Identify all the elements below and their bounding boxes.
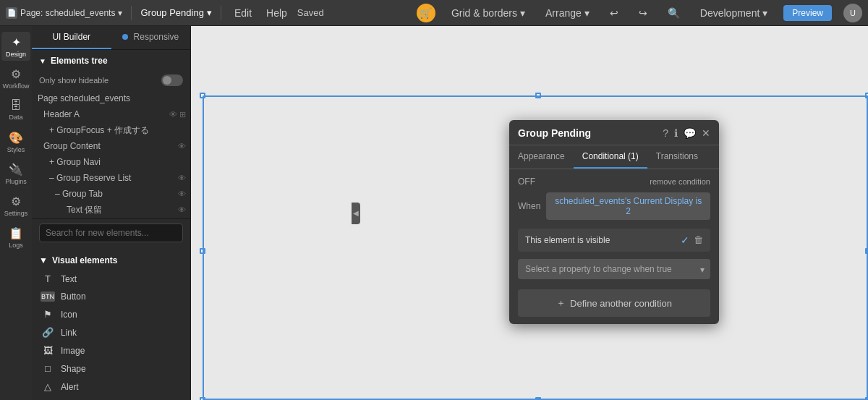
ui-builder-label: UI Builder	[52, 32, 90, 42]
ve-text[interactable]: T Text	[32, 270, 190, 288]
add-condition-button[interactable]: ＋ Define another condition	[518, 289, 710, 317]
text-icon: T	[41, 273, 55, 284]
ve-button[interactable]: BTN Button	[32, 288, 190, 305]
handle-bc[interactable]	[535, 397, 541, 400]
ve-image-label: Image	[61, 346, 85, 356]
property-select-dropdown[interactable]: Select a property to change when true ▾	[518, 259, 710, 279]
remove-condition-button[interactable]: remove condition	[650, 177, 710, 186]
workflow-nav-item[interactable]: ⚙ Workflow	[1, 64, 30, 93]
handle-mr[interactable]	[865, 248, 868, 254]
data-nav-item[interactable]: 🗄 Data	[1, 95, 30, 124]
eye-icon-2: 👁	[178, 142, 186, 150]
ve-icon[interactable]: ⚑ Icon	[32, 305, 190, 323]
responsive-label: Responsive	[134, 32, 179, 42]
search-input[interactable]	[39, 224, 183, 242]
transitions-tab-label: Transitions	[656, 151, 698, 161]
search-button[interactable]: 🔍	[663, 6, 684, 20]
tab-responsive[interactable]: Responsive	[111, 26, 191, 49]
panel-header: Group Pending ? ℹ 💬 ✕	[509, 120, 719, 145]
edit-button[interactable]: Edit	[230, 6, 256, 20]
page-icon: 📄	[6, 7, 17, 19]
close-icon[interactable]: ✕	[702, 127, 710, 139]
icon-icon: ⚑	[41, 309, 55, 320]
info-icon[interactable]: ℹ	[674, 127, 678, 139]
handle-tc[interactable]	[535, 93, 541, 98]
alert-icon: △	[41, 381, 55, 392]
ve-shape[interactable]: □ Shape	[32, 359, 190, 378]
when-value-button[interactable]: scheduled_events's Current Display is 2	[546, 192, 710, 220]
undo-button[interactable]: ↩	[605, 6, 623, 20]
tree-group-tab[interactable]: – Group Tab 👁	[32, 186, 190, 202]
handle-tl[interactable]	[200, 93, 205, 98]
shape-icon: □	[41, 363, 55, 374]
handle-bl[interactable]	[200, 397, 205, 400]
only-show-hideable-row: Only show hideable	[32, 72, 190, 90]
plugins-label: Plugins	[5, 178, 27, 185]
group-name-selector[interactable]: Group Pending ▾	[140, 7, 211, 18]
eye-icon-4: 👁	[178, 190, 186, 198]
grid-borders-button[interactable]: Grid & borders ▾	[447, 6, 529, 20]
styles-nav-item[interactable]: 🎨 Styles	[1, 127, 30, 156]
eye-icon-3: 👁	[178, 174, 186, 182]
page-chevron: ▾	[118, 8, 122, 18]
tree-header-a[interactable]: Header A 👁⊞	[32, 106, 190, 122]
tab-appearance[interactable]: Appearance	[509, 145, 574, 169]
plugins-nav-item[interactable]: 🔌 Plugins	[1, 159, 30, 188]
handle-ml[interactable]	[200, 248, 205, 254]
preview-button[interactable]: Preview	[783, 5, 832, 21]
collapse-arrow-icon[interactable]: ▼	[39, 57, 46, 65]
only-show-hideable-toggle[interactable]	[161, 75, 183, 86]
conditional-panel: Group Pending ? ℹ 💬 ✕ Appearance Conditi…	[509, 120, 719, 324]
button-icon: BTN	[41, 292, 55, 302]
tab-ui-builder[interactable]: UI Builder	[32, 26, 111, 49]
tree-page[interactable]: Page scheduled_events	[32, 90, 190, 106]
help-label: Help	[266, 7, 287, 19]
development-label: Development	[700, 7, 760, 19]
tree-group-navi[interactable]: + Group Navi	[32, 154, 190, 170]
eye-icon: 👁	[169, 110, 177, 119]
condition-header-row: OFF remove condition	[518, 176, 710, 187]
trash-icon[interactable]: 🗑	[694, 234, 703, 246]
group-navi-label: + Group Navi	[49, 157, 190, 167]
tree-group-content[interactable]: Group Content 👁	[32, 138, 190, 154]
settings-label: Settings	[4, 210, 28, 217]
page-item-label: Page scheduled_events	[38, 93, 190, 103]
property-select-input[interactable]: Select a property to change when true	[525, 264, 703, 274]
preview-label: Preview	[792, 8, 823, 18]
visual-elements-label: Visual elements	[52, 255, 118, 265]
handle-tr[interactable]	[865, 93, 868, 98]
upgrade-button[interactable]: 🛒	[417, 4, 435, 22]
handle-br[interactable]	[865, 397, 868, 400]
design-nav-item[interactable]: ✦ Design	[1, 32, 30, 61]
tree-text-kako[interactable]: Text 過去 👁	[32, 218, 190, 218]
avatar[interactable]: U	[843, 4, 862, 22]
checkmark-icon[interactable]: ✓	[681, 234, 689, 246]
tree-group-focus[interactable]: + GroupFocus + 作成する	[32, 122, 190, 138]
tab-conditional[interactable]: Conditional (1)	[574, 145, 647, 169]
tree-text-hokoku[interactable]: Text 保留 👁	[32, 202, 190, 218]
sidebar-collapse-handle[interactable]: ◀	[352, 203, 360, 224]
tab-transitions[interactable]: Transitions	[647, 145, 707, 169]
styles-icon: 🎨	[9, 131, 23, 145]
settings-nav-item[interactable]: ⚙ Settings	[1, 191, 30, 220]
chat-icon[interactable]: 💬	[684, 127, 696, 139]
appearance-tab-label: Appearance	[518, 151, 565, 161]
collapse-ve-icon[interactable]: ▼	[39, 255, 48, 265]
arrange-button[interactable]: Arrange ▾	[541, 6, 594, 20]
logs-nav-item[interactable]: 📋 Logs	[1, 223, 30, 252]
ve-alert[interactable]: △ Alert	[32, 378, 190, 396]
help-icon[interactable]: ?	[663, 127, 668, 139]
icon-bar: ✦ Design ⚙ Workflow 🗄 Data 🎨 Styles 🔌 Pl…	[0, 26, 32, 400]
development-button[interactable]: Development ▾	[696, 6, 773, 20]
visible-icons: ✓ 🗑	[681, 234, 703, 246]
help-button[interactable]: Help	[262, 6, 292, 20]
elements-tree-label: Elements tree	[51, 56, 108, 66]
canvas-area: ◀ Group Pending ? ℹ 💬 ✕ Appearance Condi…	[191, 26, 868, 400]
tree-group-reserve-list[interactable]: – Group Reserve List 👁	[32, 170, 190, 186]
design-label: Design	[6, 51, 26, 58]
divider-1	[131, 6, 132, 20]
ve-link[interactable]: 🔗 Link	[32, 323, 190, 341]
ve-image[interactable]: 🖼 Image	[32, 341, 190, 359]
redo-button[interactable]: ↪	[634, 6, 652, 20]
tree-section: Page scheduled_events Header A 👁⊞ + Grou…	[32, 90, 190, 218]
